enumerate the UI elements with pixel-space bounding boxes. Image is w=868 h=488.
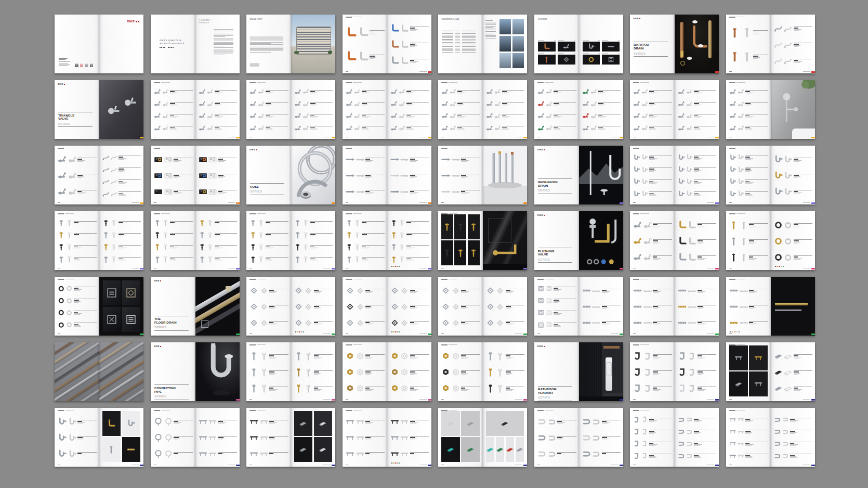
page-left: [630, 277, 675, 336]
catalog-product-spread[interactable]: [343, 15, 431, 73]
title-spread-bathroom[interactable]: DIKEBATHROOMPENDANTSERIES: [534, 342, 623, 401]
full-photo-spread[interactable]: [55, 342, 143, 401]
spec-block: [74, 221, 97, 225]
catalog-product-spread[interactable]: [438, 80, 527, 139]
text-line-placeholder: [457, 91, 462, 92]
catalog-product-spread[interactable]: [151, 211, 240, 270]
catalog-product-spread[interactable]: [246, 80, 335, 139]
contents-entry[interactable]: [583, 41, 600, 52]
photo-tile: [102, 437, 121, 462]
cover-spread[interactable]: DIKE: [55, 15, 143, 73]
contents-entry[interactable]: [558, 41, 575, 52]
text-line-placeholder: [462, 35, 476, 35]
catalog-product-spread[interactable]: [246, 342, 335, 401]
product-row: [633, 453, 672, 460]
product-squiggle-icon: [774, 40, 783, 49]
catalog-product-spread[interactable]: [726, 80, 815, 139]
product-vbar-icon: [729, 27, 740, 38]
brand-story-spread[interactable]: BRAND STORY: [246, 15, 335, 73]
product-valve-icon: [582, 100, 589, 108]
text-line-placeholder: [753, 57, 760, 58]
catalog-product-spread[interactable]: [246, 408, 335, 467]
title-spread-flushing[interactable]: DIKEFLUSHINGVALVESERIES: [534, 211, 623, 270]
catalog-product-spread[interactable]: [534, 277, 623, 336]
product-rows: [486, 282, 525, 331]
product-row: [633, 166, 672, 173]
line-drawing-box-icon: [164, 188, 173, 196]
product-valve-icon: [582, 88, 589, 96]
contents-entry[interactable]: [538, 54, 556, 65]
catalog-product-spread[interactable]: [151, 80, 240, 139]
engineering-case-heading: ENGINEERING CASE: [442, 18, 459, 20]
text-line-placeholder: [365, 176, 372, 177]
text-line-placeholder: [598, 41, 600, 41]
text-line-placeholder: [170, 261, 177, 261]
catalog-product-spread[interactable]: [630, 277, 719, 336]
line-drawing-plunger-icon: [162, 232, 169, 239]
engineering-case-spread[interactable]: ENGINEERING CASE: [438, 15, 527, 73]
spec-block: [598, 102, 621, 106]
catalog-product-spread[interactable]: [630, 211, 719, 270]
title-spread-connecting[interactable]: DIKECONNECTINGPIPESERIES: [151, 342, 240, 401]
text-line-placeholder: [461, 374, 466, 375]
catalog-product-spread[interactable]: [630, 80, 719, 139]
product-valve-icon: [390, 112, 398, 120]
text-line-placeholder: [462, 44, 476, 44]
title-spread-triangle[interactable]: DIKETRIANGLEVALVESERIES: [55, 80, 143, 139]
catalog-product-spread[interactable]: [630, 146, 719, 204]
text-line-placeholder: [269, 440, 274, 440]
catalog-product-spread[interactable]: [151, 146, 240, 204]
contents-entry[interactable]: [602, 54, 620, 65]
contents-entry[interactable]: [558, 54, 575, 65]
catalog-product-spread[interactable]: [343, 342, 431, 401]
catalog-product-spread[interactable]: [55, 408, 143, 467]
catalog-product-spread[interactable]: [438, 342, 527, 401]
company-profile-spread[interactable]: DIKE'S QUALITY ISAS SOLID AS A ROCKCOMPA…: [151, 15, 240, 73]
product-rows: [58, 217, 97, 265]
product-plunger-icon: [390, 256, 398, 263]
catalog-product-spread[interactable]: [726, 146, 815, 204]
product-lpipe-icon: [678, 237, 687, 246]
catalog-product-spread[interactable]: [151, 408, 240, 467]
title-spread-bathtub[interactable]: DIKEBATHTUBDRAINSERIES: [630, 15, 719, 73]
catalog-product-spread[interactable]: [438, 146, 527, 204]
text-line-placeholder: [698, 324, 706, 324]
catalog-product-spread[interactable]: [343, 277, 431, 336]
contents-spread[interactable]: CONTENTS: [534, 15, 623, 73]
contents-entry[interactable]: [583, 54, 600, 65]
title-spread-washbasin[interactable]: DIKEWASHBASINDRAINSERIES: [534, 146, 623, 204]
catalog-product-spread[interactable]: [438, 408, 527, 467]
catalog-product-spread[interactable]: [55, 211, 143, 270]
catalog-product-spread[interactable]: [726, 342, 815, 401]
catalog-product-spread[interactable]: [630, 408, 719, 467]
catalog-product-spread[interactable]: [343, 146, 431, 204]
catalog-product-spread[interactable]: [630, 342, 719, 401]
catalog-product-spread[interactable]: [55, 146, 143, 204]
catalog-product-spread[interactable]: [726, 277, 815, 336]
contents-entry[interactable]: [538, 41, 556, 52]
catalog-product-spread[interactable]: [343, 80, 431, 139]
catalog-product-spread[interactable]: [343, 408, 431, 467]
page-left: [343, 211, 387, 270]
copper-lpipe-photo-icon: [689, 24, 709, 53]
catalog-product-spread[interactable]: [438, 277, 527, 336]
catalog-product-spread[interactable]: [534, 80, 623, 139]
catalog-product-spread[interactable]: [246, 277, 335, 336]
catalog-product-spread[interactable]: [726, 408, 815, 467]
page-right: [483, 277, 528, 336]
spec-block: [410, 59, 429, 63]
catalog-product-spread[interactable]: [438, 211, 527, 270]
catalog-product-spread[interactable]: [534, 408, 623, 467]
spec-block: [174, 436, 193, 440]
catalog-product-spread[interactable]: [726, 15, 815, 73]
catalog-product-spread[interactable]: [343, 211, 431, 270]
catalog-product-spread[interactable]: [55, 277, 143, 336]
title-spread-floordrain[interactable]: DIKETHEFLOOR DRAINSERIES: [151, 277, 240, 336]
spec-block: [266, 126, 288, 130]
spec-block: [119, 233, 141, 237]
contents-entry[interactable]: [602, 41, 620, 52]
catalog-product-spread[interactable]: [246, 211, 335, 270]
text-line-placeholder: [266, 237, 270, 237]
title-spread-hose[interactable]: DIKEHOSESERIES: [246, 146, 335, 204]
catalog-product-spread[interactable]: [726, 211, 815, 270]
